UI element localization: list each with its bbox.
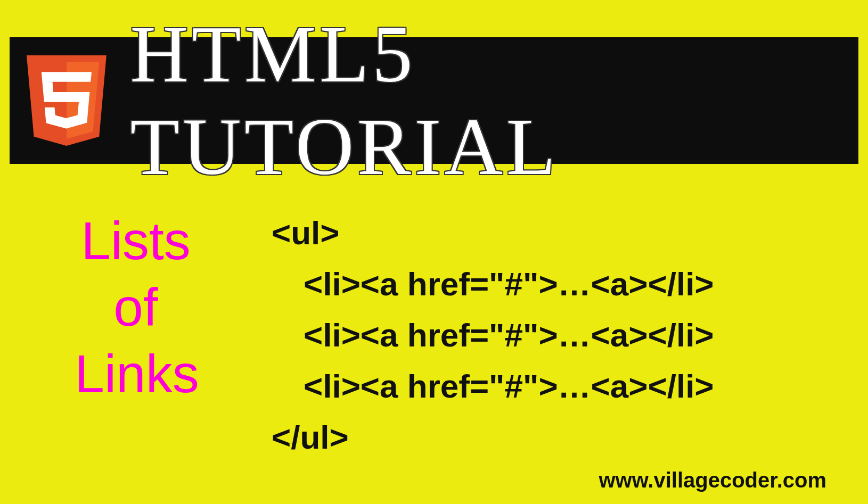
content-area: Lists of Links <ul> <li><a href="#">…<a>… (0, 197, 868, 504)
code-line-open: <ul> (272, 208, 868, 259)
code-block: <ul> <li><a href="#">…<a></li> <li><a hr… (272, 197, 868, 504)
subtitle-line-1: Lists (0, 208, 272, 274)
code-line-li1: <li><a href="#">…<a></li> (272, 259, 868, 310)
code-line-close: </ul> (272, 412, 868, 463)
html5-logo-icon (21, 47, 112, 154)
subtitle-block: Lists of Links (0, 197, 272, 504)
footer-url: www.villagecoder.com (599, 468, 826, 492)
subtitle-line-2: of (0, 274, 272, 341)
code-line-li3: <li><a href="#">…<a></li> (272, 361, 868, 412)
page-title: HTML5 TUTORIAL (130, 8, 858, 193)
subtitle-line-3: Links (2, 341, 272, 407)
code-line-li2: <li><a href="#">…<a></li> (272, 310, 868, 361)
header-bar: HTML5 TUTORIAL (10, 37, 858, 164)
